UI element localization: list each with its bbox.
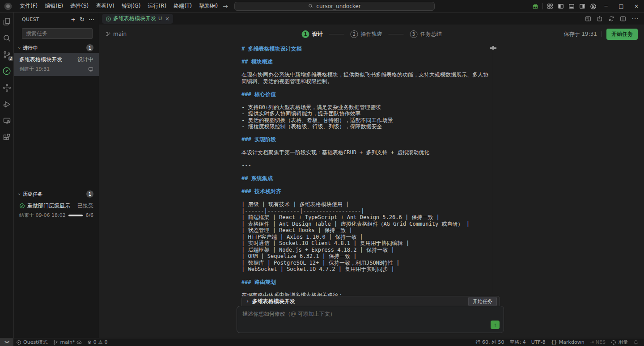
editor-line: | 实时通信 | Socket.IO Client 4.8.1 | 复用用于协同…: [242, 240, 493, 247]
search-sidebar-icon[interactable]: [1, 33, 12, 43]
task-item-current[interactable]: 多维表格模块开发 设计中 创建于 19:31: [14, 53, 99, 76]
chevron-down-icon: ›: [17, 191, 22, 197]
task-search-box: [22, 28, 93, 39]
sync-icon[interactable]: [608, 16, 614, 22]
wizard-step[interactable]: 1 设计: [302, 30, 323, 38]
step-connector: [329, 34, 344, 34]
editor-line: | 后端框架 | Node.js + Express 4.18.2 | 保持一致…: [242, 247, 493, 253]
markdown-document: # 多维表格模块设计文档## 模块概述在现有协同办公系统中新增多维表格模块，提供…: [242, 46, 493, 299]
footer-task-title: 多维表格模块开发: [252, 298, 468, 305]
send-button[interactable]: ↑: [491, 321, 500, 329]
remote-indicator[interactable]: ><: [0, 338, 13, 346]
editor-line: - 提供实时多人协同编辑能力，提升团队协作效率: [242, 110, 493, 117]
usage-status[interactable]: 用量: [608, 338, 631, 346]
footer-start-task-button[interactable]: 开始任务: [468, 297, 497, 306]
cursor-position[interactable]: 行 60, 列 50: [473, 338, 507, 346]
menu-item[interactable]: 转到(G): [118, 1, 144, 11]
menu-item[interactable]: 运行(R): [144, 1, 170, 11]
section-label: 历史任务: [23, 191, 86, 198]
menu-item[interactable]: 终端(T): [170, 1, 195, 11]
sync-changes-icon: [76, 340, 82, 345]
tab-close-icon[interactable]: ×: [165, 16, 169, 22]
encoding-status[interactable]: UTF-8: [529, 338, 548, 346]
menu-item[interactable]: 查看(V): [92, 1, 118, 11]
section-history[interactable]: › 历史任务 1: [14, 189, 99, 199]
account-icon[interactable]: [588, 0, 598, 13]
refresh-icon[interactable]: ↻: [80, 17, 85, 22]
more-actions-icon[interactable]: ⋯: [631, 14, 639, 23]
step-label: 操作轨迹: [361, 30, 382, 38]
section-running[interactable]: › 进行中 1: [14, 43, 99, 53]
document-header: main 1 设计 2 操作轨迹: [99, 25, 644, 43]
editor-line: ### 核心价值: [242, 91, 493, 98]
chevron-down-icon: ›: [17, 45, 22, 51]
menu-item[interactable]: 选择(S): [67, 1, 92, 11]
extensions-icon[interactable]: [1, 132, 12, 143]
close-window-button[interactable]: ×: [629, 0, 644, 13]
editor-line: [242, 182, 493, 189]
task-item-history[interactable]: 重做部门层级显示 已接受 结束于 09-06 18:02 6/6: [14, 199, 99, 222]
toggle-panel-icon[interactable]: [566, 0, 577, 13]
run-debug-icon[interactable]: [1, 99, 12, 110]
scroll-position-marker[interactable]: [490, 46, 496, 50]
quest-mode-status[interactable]: Quest模式: [13, 338, 50, 346]
new-task-icon[interactable]: +: [71, 17, 76, 22]
network-icon[interactable]: [1, 82, 12, 93]
wizard-step[interactable]: 3 任务总结: [382, 30, 442, 38]
menu-bar: 文件(F)编辑(E)选择(S)查看(V)转到(G)运行(R)终端(T)帮助(H): [16, 1, 221, 11]
editor-line: [242, 156, 493, 163]
step-label: 设计: [312, 30, 323, 38]
wizard-steps: 1 设计 2 操作轨迹 3 任务总结: [302, 30, 442, 38]
editor-line: [242, 273, 493, 279]
language-mode[interactable]: {} Markdown: [548, 338, 587, 346]
language-label: Markdown: [559, 339, 585, 345]
explorer-icon[interactable]: [1, 16, 12, 27]
nes-label: NES: [596, 339, 606, 345]
editor-line: | WebSocket | Socket.IO 4.7.2 | 复用用于实时同步…: [242, 266, 493, 273]
quest-tab-icon: [106, 16, 111, 21]
task-title: 重做部门层级显示: [27, 202, 75, 210]
command-center-search[interactable]: cursor_undocker: [234, 2, 435, 11]
source-control-icon[interactable]: 2: [1, 49, 12, 60]
editor-line: - 细粒度权限控制（表格级、行级、列级），保障数据安全: [242, 123, 493, 130]
editor-tab[interactable]: 多维表格模块开发 U ×: [102, 14, 173, 24]
customize-layout-icon[interactable]: [545, 0, 555, 13]
start-task-button[interactable]: 开始任务: [606, 29, 638, 40]
editor-line: 在现有协同办公系统中新增多维表格模块，提供类似飞书多维表格的功能，支持大规模数据…: [242, 72, 493, 84]
open-preview-icon[interactable]: [585, 16, 591, 22]
menu-item[interactable]: 文件(F): [16, 1, 41, 11]
share-icon[interactable]: [597, 16, 603, 22]
usage-label: 用量: [618, 339, 628, 346]
chat-input[interactable]: [242, 310, 498, 323]
editor-line: | 层级 | 现有技术 | 多维表格模块使用 |: [242, 201, 493, 208]
problems-status[interactable]: ⊗ 0 ⚠ 0: [85, 338, 110, 346]
split-editor-icon[interactable]: [620, 16, 626, 22]
indentation-status[interactable]: 空格: 4: [507, 338, 529, 346]
remote-explorer-icon[interactable]: [1, 115, 12, 126]
quest-sidebar-icon[interactable]: [1, 66, 12, 76]
task-meta: 结束于 09-06 18:02: [19, 212, 68, 219]
task-search-input[interactable]: [22, 30, 92, 37]
editor-line: [242, 143, 493, 150]
git-branch-icon: [106, 31, 111, 37]
branch-status[interactable]: main*: [50, 338, 85, 346]
more-actions-icon[interactable]: ⋯: [89, 17, 94, 22]
minimize-button[interactable]: ─: [598, 0, 614, 13]
wizard-step[interactable]: 2 操作轨迹: [323, 30, 382, 38]
command-center-text: cursor_undocker: [316, 3, 360, 9]
notifications-bell[interactable]: [631, 338, 641, 346]
activity-bar: 2: [0, 13, 14, 338]
nes-status[interactable]: ⇥ NES: [587, 338, 608, 346]
forward-icon[interactable]: →: [221, 3, 230, 10]
toggle-sidebar-icon[interactable]: [555, 0, 566, 13]
back-icon[interactable]: ←: [208, 3, 216, 10]
task-title: 多维表格模块开发: [19, 56, 75, 63]
toggle-secondary-sidebar-icon[interactable]: [577, 0, 588, 13]
breadcrumb[interactable]: main: [106, 31, 127, 37]
gift-icon[interactable]: [530, 0, 541, 13]
task-footer-bar[interactable]: › 多维表格模块开发 开始任务: [242, 296, 500, 307]
menu-item[interactable]: 编辑(E): [41, 1, 67, 11]
check-circle-icon: [19, 203, 25, 209]
maximize-button[interactable]: □: [614, 0, 629, 13]
usage-icon: [611, 340, 616, 345]
